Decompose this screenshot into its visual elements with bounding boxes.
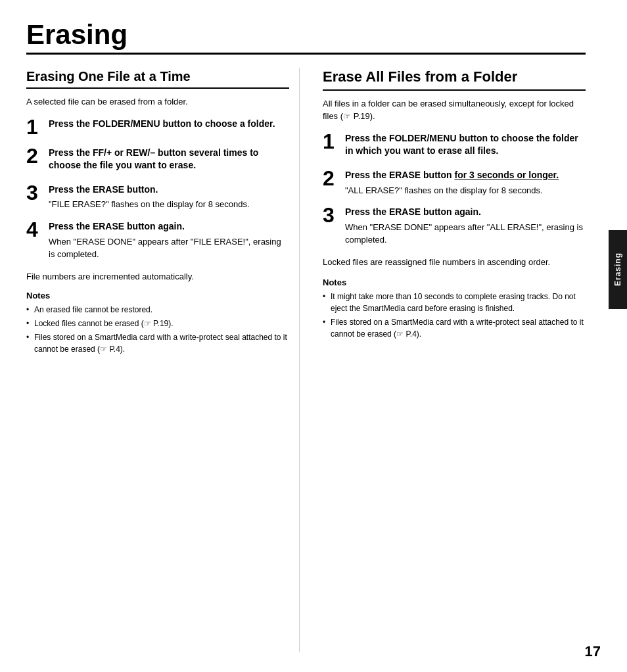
locked-files-note: Locked files are reassigned file numbers… [323,256,586,269]
left-step-3-title: Press the ERASE button. [49,183,289,197]
left-notes-title: Notes [26,291,289,300]
right-notes-list: It might take more than 10 seconds to co… [323,291,586,340]
left-section-intro: A selected file can be erased from a fol… [26,95,289,108]
left-step-2-title: Press the FF/+ or REW/– button several t… [49,147,289,172]
right-step-2-number: 2 [323,168,341,189]
right-note-2: Files stored on a SmartMedia card with a… [323,316,586,340]
left-section-title: Erasing One File at a Time [26,68,289,89]
left-step-1-title: Press the FOLDER/MENU button to choose a… [49,118,289,131]
right-notes: Notes It might take more than 10 seconds… [323,277,586,340]
title-divider [26,53,586,55]
side-tab-text: Erasing [613,252,622,286]
left-step-1: 1 Press the FOLDER/MENU button to choose… [26,118,289,137]
right-note-1: It might take more than 10 seconds to co… [323,291,586,314]
left-step-4-title: Press the ERASE button again. [49,220,289,233]
left-step-2-number: 2 [26,145,45,166]
left-step-3: 3 Press the ERASE button. "FILE ERASE?" … [26,183,289,211]
right-step-1: 1 Press the FOLDER/MENU button to choose… [323,132,586,160]
side-tab: Erasing [609,230,627,309]
right-step-1-number: 1 [323,131,341,152]
right-step-2-title: Press the ERASE button for 3 seconds or … [345,169,586,182]
right-section-intro: All files in a folder can be erased simu… [323,97,586,123]
right-step-3-body: When "ERASE DONE" appears after "ALL ERA… [345,221,586,247]
right-notes-title: Notes [323,277,586,287]
left-notes: Notes An erased file cannot be restored.… [26,291,289,355]
left-step-1-number: 1 [26,116,45,137]
right-step-2-title-plain: Press the ERASE button [345,170,454,180]
page-title: Erasing [26,20,586,50]
left-step-4: 4 Press the ERASE button again. When "ER… [26,220,289,261]
auto-increment-text: File numbers are incremented automatical… [26,270,289,283]
right-step-2: 2 Press the ERASE button for 3 seconds o… [323,169,586,197]
left-step-4-number: 4 [26,219,45,240]
right-step-3: 3 Press the ERASE button again. When "ER… [323,206,586,247]
right-step-3-number: 3 [323,204,341,226]
page-number: 17 [585,643,601,660]
right-step-3-title: Press the ERASE button again. [345,206,586,219]
right-step-2-body: "ALL ERASE?" flashes on the display for … [345,184,586,197]
left-note-1: An erased file cannot be restored. [26,304,289,316]
left-step-3-body: "FILE ERASE?" flashes on the display for… [49,198,289,211]
right-step-2-title-underline: for 3 seconds or longer. [454,170,559,180]
right-section-title: Erase All Files from a Folder [323,68,586,91]
left-step-4-body: When "ERASE DONE" appears after "FILE ER… [49,235,289,261]
left-note-2: Locked files cannot be erased (☞ P.19). [26,318,289,329]
left-notes-list: An erased file cannot be restored. Locke… [26,304,289,355]
left-step-3-number: 3 [26,182,45,203]
left-note-3: Files stored on a SmartMedia card with a… [26,331,289,355]
right-step-1-title: Press the FOLDER/MENU button to choose t… [345,132,586,158]
left-step-2: 2 Press the FF/+ or REW/– button several… [26,147,289,174]
